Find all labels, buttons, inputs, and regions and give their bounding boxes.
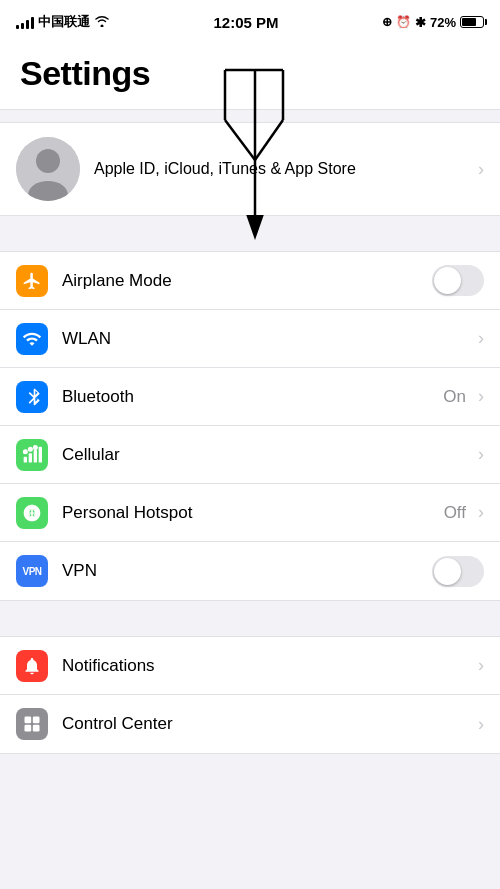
battery-percent: 72%	[430, 15, 456, 30]
control-center-icon	[16, 708, 48, 740]
svg-rect-12	[29, 453, 32, 462]
svg-rect-20	[33, 717, 40, 724]
wlan-icon	[16, 323, 48, 355]
system-section: Notifications › Control Center ›	[0, 636, 500, 754]
status-time: 12:05 PM	[213, 14, 278, 31]
wlan-label: WLAN	[62, 329, 472, 349]
airplane-mode-icon	[16, 265, 48, 297]
airplane-mode-right	[432, 265, 484, 296]
svg-point-15	[23, 449, 28, 454]
avatar-icon	[16, 137, 80, 201]
vpn-right	[432, 556, 484, 587]
wlan-chevron: ›	[478, 328, 484, 349]
bluetooth-row[interactable]: Bluetooth On ›	[0, 368, 500, 426]
wifi-status-icon	[94, 15, 110, 30]
bluetooth-status-icon: ✱	[415, 15, 426, 30]
bluetooth-right: On ›	[443, 386, 484, 407]
personal-hotspot-label: Personal Hotspot	[62, 503, 444, 523]
bluetooth-chevron: ›	[478, 386, 484, 407]
apple-id-chevron: ›	[478, 159, 484, 180]
vpn-toggle[interactable]	[432, 556, 484, 587]
notifications-chevron: ›	[478, 655, 484, 676]
control-center-chevron: ›	[478, 714, 484, 735]
vpn-row[interactable]: VPN VPN	[0, 542, 500, 600]
wlan-right: ›	[472, 328, 484, 349]
cellular-label: Cellular	[62, 445, 472, 465]
cellular-right: ›	[472, 444, 484, 465]
wlan-row[interactable]: WLAN ›	[0, 310, 500, 368]
notifications-icon	[16, 650, 48, 682]
svg-rect-13	[34, 450, 37, 463]
bluetooth-status: On	[443, 387, 466, 407]
control-center-label: Control Center	[62, 714, 472, 734]
svg-line-6	[225, 120, 255, 160]
airplane-mode-row[interactable]: Airplane Mode	[0, 252, 500, 310]
svg-point-16	[28, 446, 33, 451]
hotspot-status: Off	[444, 503, 466, 523]
cellular-row[interactable]: Cellular ›	[0, 426, 500, 484]
status-left: 中国联通	[16, 13, 110, 31]
bluetooth-icon	[16, 381, 48, 413]
signal-bars	[16, 15, 34, 29]
avatar	[16, 137, 80, 201]
svg-rect-11	[24, 456, 27, 462]
svg-rect-19	[25, 717, 32, 724]
carrier-label: 中国联通	[38, 13, 90, 31]
cellular-chevron: ›	[478, 444, 484, 465]
control-center-right: ›	[472, 714, 484, 735]
page-wrapper: 中国联通 12:05 PM ⊕ ⏰ ✱ 72% Sett	[0, 0, 500, 754]
airplane-mode-label: Airplane Mode	[62, 271, 432, 291]
connectivity-section: Airplane Mode WLAN ›	[0, 251, 500, 601]
svg-rect-21	[25, 725, 32, 732]
vpn-icon: VPN	[16, 555, 48, 587]
vpn-label: VPN	[62, 561, 432, 581]
section-gap-2	[0, 601, 500, 636]
bluetooth-label: Bluetooth	[62, 387, 443, 407]
status-right: ⊕ ⏰ ✱ 72%	[382, 15, 484, 30]
location-icon: ⊕	[382, 15, 392, 29]
alarm-icon: ⏰	[396, 15, 411, 29]
notifications-label: Notifications	[62, 656, 472, 676]
airplane-mode-toggle[interactable]	[432, 265, 484, 296]
cellular-icon	[16, 439, 48, 471]
notifications-right: ›	[472, 655, 484, 676]
status-bar: 中国联通 12:05 PM ⊕ ⏰ ✱ 72%	[0, 0, 500, 44]
svg-point-17	[33, 445, 38, 450]
control-center-row[interactable]: Control Center ›	[0, 695, 500, 753]
personal-hotspot-right: Off ›	[444, 502, 484, 523]
svg-rect-22	[33, 725, 40, 732]
hotspot-chevron: ›	[478, 502, 484, 523]
battery-icon	[460, 16, 484, 28]
svg-line-7	[255, 120, 283, 160]
svg-rect-14	[39, 446, 42, 462]
arrow-annotation	[215, 60, 295, 240]
svg-point-9	[36, 149, 60, 173]
personal-hotspot-row[interactable]: Personal Hotspot Off ›	[0, 484, 500, 542]
personal-hotspot-icon	[16, 497, 48, 529]
notifications-row[interactable]: Notifications ›	[0, 637, 500, 695]
